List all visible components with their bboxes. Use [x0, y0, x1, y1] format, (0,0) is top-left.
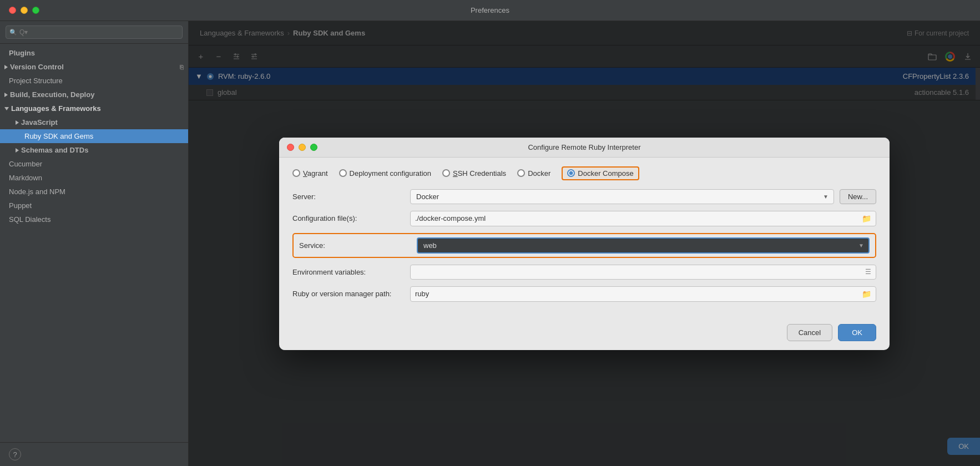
radio-vagrant[interactable]: Vagrant — [292, 169, 328, 178]
radio-docker-compose[interactable]: Docker Compose — [562, 166, 639, 180]
radio-label-ssh: SSH Credentials — [453, 169, 506, 178]
window-title: Preferences — [471, 6, 509, 14]
dialog-overlay: Configure Remote Ruby Interpreter Vagran… — [189, 21, 980, 466]
expand-icon — [16, 148, 19, 153]
env-label: Environment variables: — [292, 268, 403, 276]
ruby-label: Ruby or version manager path: — [292, 290, 403, 298]
sidebar-item-ruby-sdk[interactable]: Ruby SDK and Gems — [0, 129, 188, 143]
sidebar-item-label: Version Control — [10, 63, 64, 71]
search-icon: 🔍 — [9, 29, 17, 36]
sidebar-item-plugins[interactable]: Plugins — [0, 46, 188, 60]
dialog-footer: Cancel OK — [279, 320, 890, 350]
dialog-maximize-button[interactable] — [310, 144, 317, 151]
config-input[interactable] — [415, 214, 862, 222]
radio-circle-vagrant — [292, 169, 300, 177]
form-row-service: Service: web ▼ — [292, 233, 876, 258]
radio-circle-ssh — [442, 169, 450, 177]
radio-label-docker-compose: Docker Compose — [578, 169, 633, 178]
server-control: Docker ▼ New... — [410, 189, 876, 204]
radio-circle-docker — [517, 169, 525, 177]
dialog-title-bar: Configure Remote Ruby Interpreter — [279, 138, 890, 158]
sidebar-item-project-structure[interactable]: Project Structure — [0, 74, 188, 88]
dialog-title: Configure Remote Ruby Interpreter — [528, 143, 640, 151]
sidebar-item-label: JavaScript — [21, 118, 58, 126]
copy-icon: ⎘ — [180, 64, 184, 70]
env-input[interactable] — [415, 268, 865, 276]
sidebar-item-markdown[interactable]: Markdown — [0, 171, 188, 185]
config-folder-icon[interactable]: 📁 — [862, 214, 871, 223]
sidebar-item-sql[interactable]: SQL Dialects — [0, 212, 188, 226]
sidebar-list: Plugins Version Control ⎘ Project Struct… — [0, 44, 188, 442]
service-label: Service: — [299, 241, 410, 250]
window-controls — [9, 7, 39, 14]
main-layout: 🔍 Plugins Version Control ⎘ Project Stru… — [0, 21, 980, 466]
service-select[interactable]: web — [417, 237, 870, 254]
search-wrapper: 🔍 — [6, 26, 183, 39]
ruby-control: 📁 — [410, 286, 876, 302]
form-row-config: Configuration file(s): 📁 — [292, 211, 876, 226]
search-input[interactable] — [6, 26, 183, 39]
sidebar-item-languages[interactable]: Languages & Frameworks — [0, 102, 188, 115]
sidebar-search-area: 🔍 — [0, 21, 188, 44]
maximize-button[interactable] — [32, 7, 39, 14]
radio-label-vagrant: Vagrant — [303, 169, 328, 178]
server-new-button[interactable]: New... — [840, 189, 876, 204]
sidebar-item-javascript[interactable]: JavaScript — [0, 115, 188, 129]
sidebar-item-version-control[interactable]: Version Control ⎘ — [0, 60, 188, 74]
ok-button[interactable]: OK — [838, 324, 876, 341]
sidebar-item-label: Build, Execution, Deploy — [10, 90, 94, 99]
expand-icon — [4, 93, 8, 97]
right-panel: Languages & Frameworks › Ruby SDK and Ge… — [189, 21, 980, 466]
radio-ssh[interactable]: SSH Credentials — [442, 169, 506, 178]
radio-deployment[interactable]: Deployment configuration — [339, 169, 431, 178]
radio-docker[interactable]: Docker — [517, 169, 550, 178]
ruby-input-wrapper: 📁 — [410, 286, 876, 302]
radio-label-deployment: Deployment configuration — [350, 169, 431, 178]
cancel-button[interactable]: Cancel — [787, 324, 832, 341]
sidebar-item-nodejs[interactable]: Node.js and NPM — [0, 185, 188, 199]
dialog-window-controls — [287, 144, 317, 151]
radio-circle-deployment — [339, 169, 347, 177]
dialog-minimize-button[interactable] — [299, 144, 306, 151]
ruby-input[interactable] — [415, 290, 862, 298]
config-control: 📁 — [410, 211, 876, 226]
radio-label-docker: Docker — [528, 169, 550, 178]
title-bar: Preferences — [0, 0, 980, 21]
sidebar-item-build[interactable]: Build, Execution, Deploy — [0, 88, 188, 102]
form-row-server: Server: Docker ▼ New... — [292, 189, 876, 204]
minimize-button[interactable] — [21, 7, 28, 14]
expand-icon — [16, 120, 19, 125]
dialog-body: Vagrant Deployment configuration SSH Cre… — [279, 158, 890, 320]
dialog-close-button[interactable] — [287, 144, 294, 151]
sidebar-item-schemas[interactable]: Schemas and DTDs — [0, 143, 188, 157]
close-button[interactable] — [9, 7, 16, 14]
sidebar-item-label: Schemas and DTDs — [21, 146, 88, 154]
config-input-wrapper: 📁 — [410, 211, 876, 226]
service-control: web ▼ — [417, 237, 870, 254]
expand-icon — [4, 107, 9, 110]
env-input-wrapper: ☰ — [410, 265, 876, 280]
form-row-ruby: Ruby or version manager path: 📁 — [292, 286, 876, 302]
ruby-folder-icon[interactable]: 📁 — [862, 290, 871, 298]
server-select[interactable]: Docker — [410, 189, 834, 204]
radio-row: Vagrant Deployment configuration SSH Cre… — [292, 166, 876, 180]
help-button[interactable]: ? — [9, 448, 21, 460]
sidebar-item-cucumber[interactable]: Cucumber — [0, 157, 188, 171]
config-label: Configuration file(s): — [292, 214, 403, 222]
sidebar: 🔍 Plugins Version Control ⎘ Project Stru… — [0, 21, 189, 466]
radio-circle-docker-compose — [567, 169, 575, 177]
server-label: Server: — [292, 193, 403, 201]
form-row-env: Environment variables: ☰ — [292, 265, 876, 280]
expand-icon — [4, 65, 8, 69]
env-control: ☰ — [410, 265, 876, 280]
configure-dialog: Configure Remote Ruby Interpreter Vagran… — [279, 138, 890, 350]
env-browse-icon[interactable]: ☰ — [865, 268, 871, 276]
sidebar-item-puppet[interactable]: Puppet — [0, 199, 188, 212]
sidebar-bottom: ? — [0, 442, 188, 466]
sidebar-item-label: Languages & Frameworks — [11, 104, 101, 113]
